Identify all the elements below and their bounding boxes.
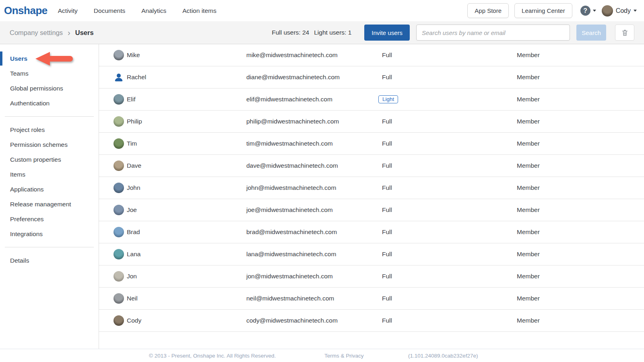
user-name-cell: Jon (114, 271, 246, 282)
avatar (114, 315, 124, 326)
user-plan-cell: Full (382, 273, 517, 280)
table-row[interactable]: Johnjohn@midwestmachinetech.comFullMembe… (99, 177, 644, 199)
table-row[interactable]: Philipphilip@midwestmachinetech.comFullM… (99, 111, 644, 133)
user-plan-cell: Full (382, 295, 517, 302)
settings-toolbar: Company settings › Users Full users: 24 … (0, 21, 644, 44)
user-email: tim@midwestmachinetech.com (246, 140, 382, 147)
user-name: Jon (127, 273, 137, 280)
user-role: Member (517, 228, 644, 236)
user-name: John (127, 184, 140, 191)
breadcrumb-company-settings[interactable]: Company settings (10, 29, 63, 37)
user-role: Member (517, 184, 644, 191)
table-row[interactable]: Jonjon@midwestmachinetech.comFullMember (99, 265, 644, 288)
sidebar-item-integrations[interactable]: Integrations (0, 226, 99, 241)
user-email: jon@midwestmachinetech.com (246, 273, 382, 280)
sidebar-item-preferences[interactable]: Preferences (0, 212, 99, 226)
table-row[interactable]: Codycody@midwestmachinetech.comFullMembe… (99, 310, 644, 332)
nav-item-documents[interactable]: Documents (94, 7, 125, 14)
user-name: Neil (127, 295, 138, 302)
help-icon[interactable]: ? (580, 6, 590, 16)
table-row[interactable]: Elifelif@midwestmachinetech.comLightMemb… (99, 88, 644, 111)
sidebar-item-items[interactable]: Items (0, 167, 99, 182)
sidebar-item-custom-properties[interactable]: Custom properties (0, 152, 99, 167)
content-area: Mikemike@midwestmachinetech.comFullMembe… (99, 44, 644, 349)
help-menu[interactable]: ? (580, 6, 596, 16)
light-plan-badge: Light (378, 95, 398, 103)
user-role: Member (517, 74, 644, 81)
user-email: john@midwestmachinetech.com (246, 184, 382, 191)
user-menu[interactable]: Cody (602, 5, 637, 16)
copyright-text: © 2013 - Present, Onshape Inc. All Right… (149, 353, 276, 359)
sidebar: Users TeamsGlobal permissionsAuthenticat… (0, 44, 99, 349)
user-name: Dave (127, 162, 141, 169)
user-name: Tim (127, 140, 137, 147)
sidebar-item-authentication[interactable]: Authentication (0, 96, 99, 111)
user-email: philip@midwestmachinetech.com (246, 118, 382, 125)
table-row[interactable]: Davedave@midwestmachinetech.comFullMembe… (99, 155, 644, 177)
sidebar-item-users[interactable]: Users (0, 51, 99, 66)
user-role: Member (517, 251, 644, 258)
user-plan-cell: Full (382, 228, 517, 236)
light-users-count: Light users: 1 (314, 29, 351, 36)
user-avatar[interactable] (602, 5, 613, 16)
nav-item-analytics[interactable]: Analytics (141, 7, 166, 14)
user-name: Cody (127, 317, 141, 324)
primary-nav: Activity Documents Analytics Action item… (58, 7, 217, 14)
onshape-logo[interactable]: Onshape (4, 4, 47, 17)
sidebar-item-label: Teams (10, 70, 29, 77)
app-store-button[interactable]: App Store (467, 3, 509, 18)
sidebar-item-permission-schemes[interactable]: Permission schemes (0, 137, 99, 152)
avatar (114, 249, 124, 259)
search-button[interactable]: Search (576, 25, 606, 41)
user-name: Brad (127, 228, 140, 236)
user-email: diane@midwestmachinetech.com (246, 74, 382, 81)
avatar (114, 227, 124, 237)
search-users-input[interactable] (416, 25, 570, 41)
user-email: lana@midwestmachinetech.com (246, 251, 382, 258)
sidebar-item-label: Details (10, 257, 29, 264)
terms-privacy-link[interactable]: Terms & Privacy (324, 353, 364, 359)
sidebar-item-teams[interactable]: Teams (0, 66, 99, 81)
table-row[interactable]: Mikemike@midwestmachinetech.comFullMembe… (99, 44, 644, 66)
user-name: Elif (127, 96, 136, 103)
user-name-cell: Neil (114, 293, 246, 304)
invite-users-button[interactable]: Invite users (364, 25, 410, 41)
learning-center-button[interactable]: Learning Center (514, 3, 572, 18)
user-role: Member (517, 140, 644, 147)
user-email: cody@midwestmachinetech.com (246, 317, 382, 324)
sidebar-item-global-permissions[interactable]: Global permissions (0, 81, 99, 96)
table-row[interactable]: Racheldiane@midwestmachinetech.comFullMe… (99, 66, 644, 88)
table-row[interactable]: Neilneil@midwestmachinetech.comFullMembe… (99, 288, 644, 310)
user-counts: Full users: 24 Light users: 1 (272, 29, 351, 36)
chevron-down-icon (634, 10, 637, 12)
avatar (114, 72, 124, 82)
sidebar-item-project-roles[interactable]: Project roles (0, 122, 99, 137)
sidebar-item-applications[interactable]: Applications (0, 182, 99, 197)
table-row[interactable]: Lanalana@midwestmachinetech.comFullMembe… (99, 243, 644, 265)
table-row[interactable]: Joejoe@midwestmachinetech.comFullMember (99, 199, 644, 221)
user-name: Lana (127, 251, 140, 258)
user-plan-cell: Full (382, 251, 517, 258)
onshape-app: Onshape Activity Documents Analytics Act… (0, 0, 644, 362)
table-row[interactable]: Bradbrad@midwestmachinetech.comFullMembe… (99, 221, 644, 243)
chevron-down-icon (593, 10, 596, 12)
user-email: dave@midwestmachinetech.com (246, 162, 382, 169)
table-row[interactable]: Timtim@midwestmachinetech.comFullMember (99, 133, 644, 155)
user-name-cell: Brad (114, 227, 246, 237)
sidebar-item-label: Release management (10, 201, 71, 208)
user-plan-cell: Full (382, 140, 517, 147)
user-name: Rachel (127, 74, 146, 81)
sidebar-item-details[interactable]: Details (0, 253, 99, 268)
nav-item-activity[interactable]: Activity (58, 7, 78, 14)
avatar (114, 271, 124, 282)
footer: © 2013 - Present, Onshape Inc. All Right… (0, 349, 644, 362)
sidebar-item-release-management[interactable]: Release management (0, 197, 99, 212)
nav-item-action-items[interactable]: Action items (182, 7, 216, 14)
user-name-cell: Rachel (114, 72, 246, 82)
breadcrumb-users: Users (75, 29, 94, 37)
breadcrumb-chevron-icon: › (68, 29, 70, 37)
user-name: Mike (127, 51, 140, 59)
default-user-icon (114, 72, 124, 82)
sidebar-item-label: Integrations (10, 230, 43, 238)
delete-user-button[interactable] (615, 25, 634, 41)
